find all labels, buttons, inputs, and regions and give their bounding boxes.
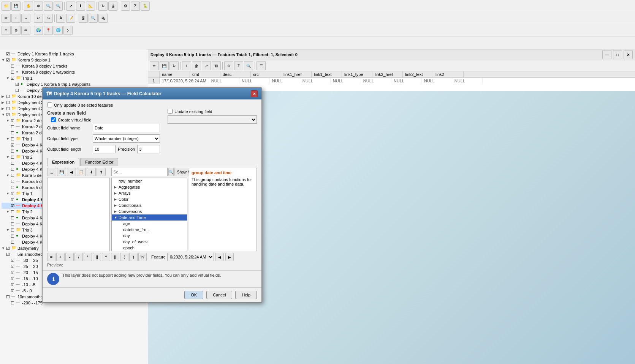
toolbar-btn-db[interactable]: 🗄 (79, 14, 88, 23)
expr-export-btn[interactable]: ⬆ (97, 168, 106, 176)
dialog-footer: OK Cancel Help (43, 287, 261, 302)
toolbar-btn-select[interactable]: ↗ (66, 2, 75, 11)
op-star[interactable]: * (84, 253, 92, 261)
expr-prev-btn[interactable]: ◀ (67, 168, 76, 176)
toolbar-btn-identify[interactable]: ℹ (76, 2, 85, 11)
toolbar-btn-save[interactable]: 💾 (11, 2, 21, 11)
func-conversions[interactable]: ▶ Conversions (112, 208, 187, 214)
toolbar-btn-layers[interactable]: ≡ (2, 26, 11, 35)
func-epoch[interactable]: epoch (112, 245, 187, 251)
toolbar-btn-search-zoom[interactable]: 🔍 (89, 14, 98, 23)
toolbar-btn-undo[interactable]: ↩ (34, 14, 43, 23)
update-existing-label: Update existing field (174, 109, 212, 114)
op-close-paren[interactable]: ) (129, 253, 138, 261)
sep-6 (54, 14, 55, 22)
func-row-number[interactable]: row_number (112, 178, 187, 184)
update-existing-checkbox[interactable] (168, 109, 173, 114)
expr-copy-btn[interactable]: 📋 (77, 168, 86, 176)
toolbar-btn-digitize[interactable]: ✏ (21, 26, 30, 35)
ok-button[interactable]: OK (184, 291, 203, 299)
feature-prev-btn[interactable]: ◀ (215, 253, 224, 261)
output-length-input[interactable] (93, 145, 116, 153)
tab-function-editor[interactable]: Function Editor (80, 158, 118, 166)
feature-next-btn[interactable]: ▶ (225, 253, 234, 261)
create-virtual-checkbox[interactable] (51, 117, 56, 122)
func-datetime-fro[interactable]: datetime_fro... (112, 227, 187, 233)
toolbar-btn-label[interactable]: A (56, 14, 65, 23)
op-slash[interactable]: / (74, 253, 83, 261)
only-update-label: Only update 0 selected features (54, 103, 113, 107)
func-arrays[interactable]: ▶ Arrays (112, 190, 187, 196)
func-aggregates[interactable]: ▶ Aggregates (112, 184, 187, 190)
sep-7 (77, 14, 77, 22)
toolbar-btn-python[interactable]: 🐍 (141, 2, 150, 11)
feature-select[interactable]: 0/2020, 5:26:24 AM (167, 253, 214, 261)
toolbar-btn-measure[interactable]: 📐 (86, 2, 95, 11)
toolbar-btn-move[interactable]: ↔ (21, 14, 30, 23)
sep-2 (64, 2, 65, 10)
output-name-input[interactable] (93, 124, 160, 132)
toolbar-btn-folder[interactable]: 📁 (2, 2, 11, 11)
toolbar-btn-refresh[interactable]: ↻ (98, 2, 108, 11)
op-caret[interactable]: ^ (102, 253, 110, 261)
toolbar-btn-crs[interactable]: 📍 (44, 26, 53, 35)
toolbar-btn-sum[interactable]: Σ (131, 2, 140, 11)
output-length-row: Output field length Precision (47, 145, 160, 153)
info-bar: ℹ This layer does not support adding new… (43, 270, 261, 287)
op-newline[interactable]: 'n' (138, 253, 147, 261)
expr-toolbar: ☰ 💾 ◀ 📋 ⬇ ⬆ (47, 168, 110, 176)
expr-clear-btn[interactable]: ☰ (47, 168, 56, 176)
search-input[interactable] (111, 168, 168, 176)
op-pipe2[interactable]: || (111, 253, 119, 261)
help-panel: group date and time This group contains … (189, 168, 257, 251)
toolbar-btn-annotate[interactable]: 📝 (66, 14, 75, 23)
search-button[interactable]: 🔍 (168, 168, 174, 176)
expr-import-btn[interactable]: ⬇ (87, 168, 96, 176)
expr-save-btn[interactable]: 💾 (57, 168, 66, 176)
toolbar-btn-plugin[interactable]: 🔌 (98, 14, 108, 23)
op-open-paren[interactable]: ( (120, 253, 128, 261)
precision-label: Precision (116, 147, 137, 151)
func-age[interactable]: age (112, 221, 187, 227)
toolbar-btn-pan[interactable]: ⊕ (34, 2, 43, 11)
func-format-date[interactable]: format_date (112, 251, 187, 251)
toolbar-btn-zoom-in[interactable]: 🔍 (44, 2, 53, 11)
tab-bar: Expression Function Editor (47, 158, 257, 166)
func-day[interactable]: day (112, 233, 187, 239)
toolbar-btn-hand[interactable]: ✋ (24, 2, 33, 11)
toolbar-btn-wms[interactable]: 🌐 (54, 26, 63, 35)
toolbar-btn-add-feature[interactable]: + (11, 14, 21, 23)
toolbar-btn-settings[interactable]: ⚙ (121, 2, 130, 11)
only-update-checkbox[interactable] (47, 102, 52, 107)
create-virtual-label: Create virtual field (58, 118, 92, 122)
info-text: This layer does not support adding new p… (62, 273, 257, 277)
dialog-qgis-icon: 🗺 (46, 91, 52, 97)
toolbar-btn-geo[interactable]: 🌍 (34, 26, 43, 35)
toolbar-btn-calc[interactable]: ∑ (63, 26, 73, 35)
help-title: group date and time (192, 170, 254, 175)
func-date-time[interactable]: ▼ Date and Time (112, 214, 187, 221)
op-equals[interactable]: = (47, 253, 55, 261)
op-minus[interactable]: - (65, 253, 74, 261)
func-day-of-week[interactable]: day_of_week (112, 239, 187, 245)
func-conditionals[interactable]: ▶ Conditionals (112, 202, 187, 208)
expression-textarea[interactable] (47, 178, 110, 251)
op-plus[interactable]: + (56, 253, 65, 261)
toolbar-btn-filter[interactable]: ⊕ (11, 26, 21, 35)
toolbar-btn-zoom-out[interactable]: 🔍 (54, 2, 63, 11)
output-type-select[interactable]: Whole number (integer) (93, 134, 160, 143)
toolbar-btn-print[interactable]: 🖨 (108, 2, 117, 11)
dialog-close-btn[interactable]: ✕ (251, 90, 258, 97)
func-color[interactable]: ▶ Color (112, 196, 187, 202)
tab-expression[interactable]: Expression (47, 158, 79, 166)
help-button[interactable]: Help (235, 291, 257, 299)
op-concat[interactable]: || (93, 253, 101, 261)
precision-input[interactable] (137, 145, 160, 153)
sep-3 (97, 2, 97, 10)
cancel-button[interactable]: Cancel (206, 291, 232, 299)
toolbar-btn-redo[interactable]: ↪ (44, 14, 53, 23)
toolbar-btn-edit[interactable]: ✏ (2, 14, 11, 23)
output-name-row: Output field name (47, 124, 160, 132)
preview-row: Preview: (47, 263, 257, 267)
existing-field-select[interactable] (168, 115, 257, 124)
